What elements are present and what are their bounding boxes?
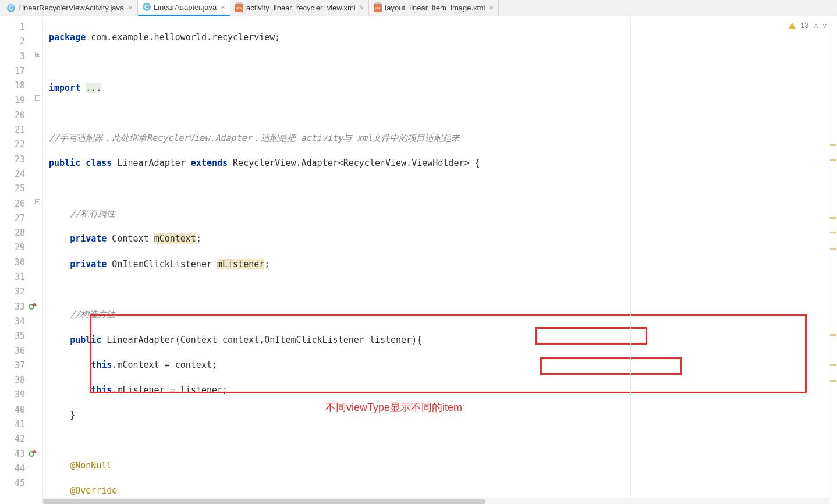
line-number: 21 <box>0 123 42 137</box>
line-number: 43 <box>0 447 42 462</box>
tab-label: LinearRecyclerViewActivity.java <box>18 3 124 12</box>
warning-marker[interactable] <box>830 217 836 219</box>
line-number: 23 <box>0 152 42 167</box>
warning-marker[interactable] <box>830 159 836 161</box>
code-token: RecyclerView.Adapter<RecyclerView.ViewHo… <box>228 158 480 168</box>
gutter: 123+171819−20212223242526−27282930313233… <box>0 16 43 504</box>
code-comment: //私有属性 <box>70 208 115 219</box>
line-number: 22 <box>0 137 42 152</box>
prev-highlight-icon[interactable]: ʌ <box>814 21 818 30</box>
code-token: .mListener = listener; <box>112 385 228 395</box>
code-token: public class <box>49 158 112 168</box>
line-number: 37 <box>0 359 42 373</box>
code-editor[interactable]: 123+171819−20212223242526−27282930313233… <box>0 16 837 504</box>
editor-tabs: C LinearRecyclerViewActivity.java × C Li… <box>0 0 837 16</box>
fold-icon[interactable]: + <box>35 52 40 57</box>
line-number: 32 <box>0 285 42 299</box>
line-number: 44 <box>0 462 42 476</box>
line-number: 45 <box>0 476 42 491</box>
xml-layout-icon: <> <box>235 4 243 12</box>
inspection-widget[interactable]: 13 ʌ v <box>789 21 827 30</box>
line-number: 40 <box>0 403 42 417</box>
xml-layout-icon: <> <box>374 4 382 12</box>
code-token: LinearAdapter(Context context,OnItemClic… <box>101 335 422 345</box>
code-token: com.example.helloworld.recyclerview; <box>86 32 280 42</box>
fold-icon[interactable]: − <box>35 199 40 204</box>
tab-label: activity_linear_recycler_view.xml <box>246 3 356 12</box>
tab-file-1[interactable]: C LinearAdapter.java × <box>138 0 230 16</box>
code-fold-ellipsis[interactable]: ... <box>86 83 101 93</box>
tab-file-2[interactable]: <> activity_linear_recycler_view.xml × <box>230 0 369 16</box>
close-icon[interactable]: × <box>221 3 225 12</box>
code-comment: //构造方法 <box>70 309 115 320</box>
line-number: 17 <box>0 64 42 79</box>
code-token: ; <box>196 233 201 244</box>
code-token: LinearAdapter <box>112 158 190 168</box>
line-number: 33 <box>0 300 42 314</box>
line-number: 39 <box>0 388 42 402</box>
code-token: public <box>70 335 101 345</box>
line-number: 3+ <box>0 49 42 64</box>
fold-icon[interactable]: − <box>35 95 40 101</box>
close-icon[interactable]: × <box>489 3 494 12</box>
code-comment: //手写适配器，此处继承RecyclerView.Adapter，适配是把 ac… <box>49 133 460 143</box>
right-margin-guide <box>630 16 631 504</box>
line-number: 1 <box>0 20 42 34</box>
java-class-icon: C <box>143 3 151 11</box>
line-number: 30 <box>0 255 42 270</box>
code-annotation: @NonNull <box>70 460 112 471</box>
override-icon[interactable] <box>29 451 34 457</box>
tab-file-0[interactable]: C LinearRecyclerViewActivity.java × <box>2 0 138 16</box>
line-number: 25 <box>0 182 42 196</box>
error-stripe[interactable] <box>829 16 837 504</box>
override-icon[interactable] <box>29 304 34 310</box>
tab-label: LinearAdapter.java <box>154 3 217 12</box>
close-icon[interactable]: × <box>360 3 364 12</box>
code-annotation: @Override <box>70 485 117 496</box>
scrollbar-thumb[interactable] <box>43 499 485 504</box>
warning-marker[interactable] <box>830 380 836 382</box>
code-token: .mContext = context; <box>112 360 217 370</box>
line-number: 38 <box>0 373 42 388</box>
line-number: 34 <box>0 314 42 329</box>
line-number: 24 <box>0 167 42 182</box>
warning-icon <box>789 23 796 29</box>
warning-marker[interactable] <box>830 248 836 250</box>
line-number: 31 <box>0 270 42 285</box>
warning-marker[interactable] <box>830 232 836 233</box>
code-token: this <box>91 385 112 395</box>
code-token: import <box>49 83 80 93</box>
code-token: package <box>49 32 86 42</box>
code-token: this <box>91 360 112 370</box>
horizontal-scrollbar[interactable] <box>43 498 829 504</box>
line-number: 27 <box>0 211 42 226</box>
tab-file-3[interactable]: <> layout_linear_item_image.xml × <box>369 0 499 16</box>
line-number: 42 <box>0 432 42 446</box>
line-number: 35 <box>0 329 42 343</box>
code-field: mContext <box>154 233 196 244</box>
warning-count: 13 <box>800 21 808 30</box>
line-number: 18 <box>0 79 42 93</box>
annotation-text: 不同viewType显示不同的item <box>325 400 462 414</box>
java-class-icon: C <box>7 4 15 12</box>
next-highlight-icon[interactable]: v <box>823 21 827 30</box>
warning-marker[interactable] <box>830 334 836 336</box>
warning-marker[interactable] <box>830 364 836 366</box>
code-token: OnItemClickListener <box>107 259 217 269</box>
line-number: 28 <box>0 226 42 240</box>
code-token: } <box>70 410 75 420</box>
code-token: private <box>70 233 107 244</box>
tab-label: layout_linear_item_image.xml <box>385 3 485 12</box>
line-number: 29 <box>0 240 42 255</box>
warning-marker[interactable] <box>830 144 836 146</box>
line-number: 20 <box>0 108 42 123</box>
highlight-box-main <box>90 314 807 393</box>
line-number: 19− <box>0 93 42 108</box>
line-number: 41 <box>0 417 42 432</box>
close-icon[interactable]: × <box>128 3 133 12</box>
code-area[interactable]: package com.example.helloworld.recyclerv… <box>43 16 837 504</box>
code-field: mListener <box>217 259 264 269</box>
code-token: ; <box>264 259 269 269</box>
code-token: extends <box>191 158 228 168</box>
code-token: private <box>70 259 107 269</box>
